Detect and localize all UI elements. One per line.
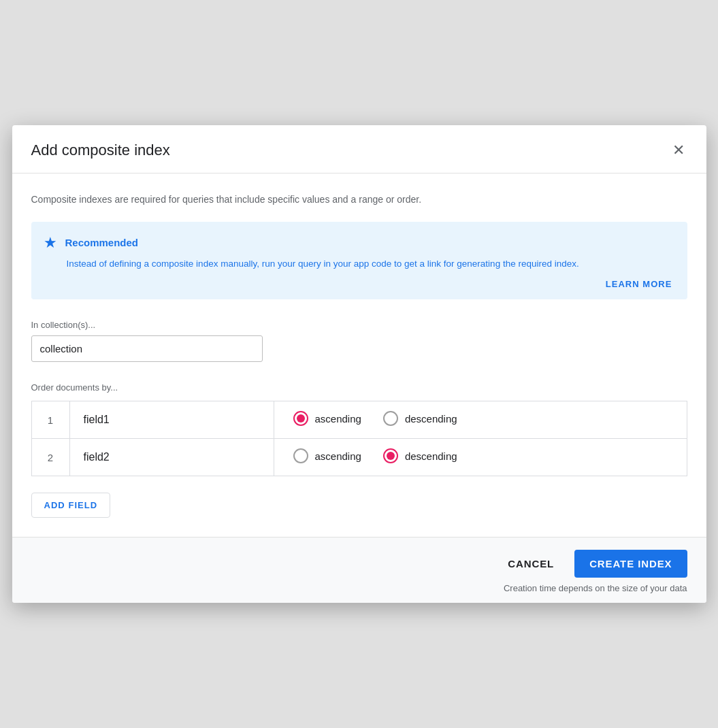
order-section: Order documents by... 1 field1 ascending	[31, 382, 687, 537]
add-field-button[interactable]: ADD FIELD	[31, 493, 111, 518]
table-row: 1 field1 ascending descending	[31, 401, 687, 439]
collection-section-label: In collection(s)...	[31, 320, 687, 330]
info-box: ★ Recommended Instead of defining a comp…	[31, 222, 687, 300]
dialog-body: Composite indexes are required for queri…	[12, 173, 706, 537]
star-icon: ★	[44, 234, 57, 252]
subtitle-text: Composite indexes are required for queri…	[31, 193, 687, 207]
field-options: ascending descending	[274, 401, 687, 435]
field-number: 2	[31, 439, 69, 476]
ascending-radio-2[interactable]	[293, 448, 308, 463]
field-number: 1	[31, 401, 69, 439]
descending-radio-1[interactable]	[383, 411, 398, 426]
recommended-label: Recommended	[65, 237, 139, 248]
ascending-radio-1[interactable]	[293, 411, 308, 426]
ascending-option-2[interactable]: ascending	[293, 448, 361, 463]
field-name: field1	[69, 401, 274, 439]
order-section-label: Order documents by...	[31, 382, 687, 393]
footer-actions: CANCEL CREATE INDEX	[31, 550, 687, 578]
ascending-option-1[interactable]: ascending	[293, 411, 361, 426]
learn-more-button[interactable]: LEARN MORE	[606, 279, 672, 289]
close-button[interactable]: ✕	[670, 140, 687, 161]
table-row: 2 field2 ascending descending	[31, 439, 687, 476]
close-icon: ✕	[672, 143, 685, 158]
learn-more-row: LEARN MORE	[44, 278, 672, 290]
add-composite-index-dialog: Add composite index ✕ Composite indexes …	[12, 125, 706, 603]
ascending-label: ascending	[315, 413, 361, 425]
descending-option-1[interactable]: descending	[383, 411, 457, 426]
ascending-label: ascending	[315, 450, 361, 462]
descending-label: descending	[405, 450, 457, 462]
footer-note: Creation time depends on the size of you…	[31, 583, 687, 593]
info-box-text: Instead of defining a composite index ma…	[67, 257, 672, 271]
field-options: ascending descending	[274, 439, 687, 473]
descending-label: descending	[405, 413, 457, 425]
dialog-footer: CANCEL CREATE INDEX Creation time depend…	[12, 537, 706, 603]
create-index-button[interactable]: CREATE INDEX	[574, 550, 687, 578]
descending-option-2[interactable]: descending	[383, 448, 457, 463]
collection-section: In collection(s)...	[31, 320, 687, 382]
field-name: field2	[69, 439, 274, 476]
collection-input[interactable]	[31, 335, 263, 362]
descending-radio-2[interactable]	[383, 448, 398, 463]
fields-table: 1 field1 ascending descending	[31, 401, 687, 476]
info-box-header: ★ Recommended	[44, 234, 672, 252]
dialog-header: Add composite index ✕	[12, 125, 706, 173]
dialog-title: Add composite index	[31, 142, 170, 159]
cancel-button[interactable]: CANCEL	[495, 551, 566, 576]
